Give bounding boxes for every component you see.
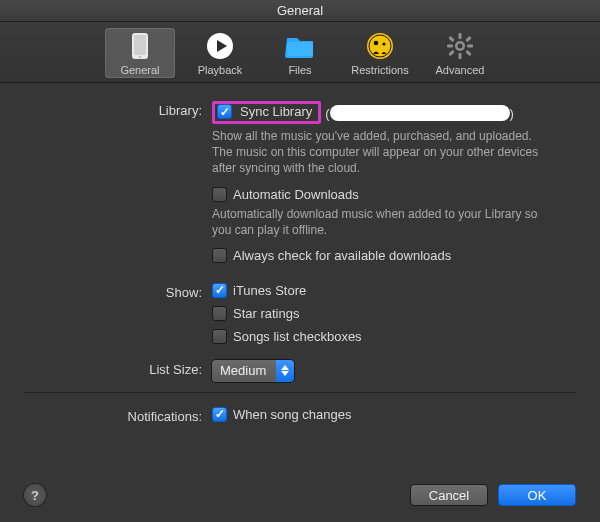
sync-library-checkbox[interactable]: ✓ <box>217 104 232 119</box>
library-label: Library: <box>24 101 212 118</box>
cancel-button[interactable]: Cancel <box>410 484 488 506</box>
general-icon <box>123 32 157 60</box>
help-button[interactable]: ? <box>24 484 46 506</box>
itunes-store-label: iTunes Store <box>233 283 306 298</box>
automatic-downloads-checkbox[interactable] <box>212 187 227 202</box>
tab-general[interactable]: General <box>105 28 175 78</box>
sync-library-highlight: ✓ Sync Library <box>212 101 321 124</box>
notifications-label: Notifications: <box>24 407 212 424</box>
svg-marker-20 <box>281 365 289 370</box>
footer: ? Cancel OK <box>0 468 600 522</box>
svg-rect-16 <box>465 36 471 42</box>
show-label: Show: <box>24 283 212 300</box>
sync-library-label: Sync Library <box>240 104 312 119</box>
list-size-select[interactable]: Medium <box>212 360 294 382</box>
sync-library-description: Show all the music you've added, purchas… <box>212 128 552 177</box>
restrictions-icon <box>363 32 397 60</box>
content-area: Library: ✓ Sync Library () Show all the … <box>0 83 600 424</box>
when-song-changes-label: When song changes <box>233 407 352 422</box>
chevron-updown-icon <box>276 360 294 382</box>
list-size-label: List Size: <box>24 360 212 377</box>
itunes-store-checkbox[interactable]: ✓ <box>212 283 227 298</box>
automatic-downloads-description: Automatically download music when added … <box>212 206 552 238</box>
svg-point-6 <box>367 33 393 59</box>
svg-rect-5 <box>287 42 313 56</box>
playback-icon <box>203 32 237 60</box>
star-ratings-checkbox[interactable] <box>212 306 227 321</box>
tab-files[interactable]: Files <box>265 28 335 78</box>
list-size-value: Medium <box>212 360 276 382</box>
ok-button[interactable]: OK <box>498 484 576 506</box>
svg-point-8 <box>374 41 379 46</box>
tab-label: Files <box>288 64 311 76</box>
tab-label: Restrictions <box>351 64 408 76</box>
svg-rect-14 <box>467 45 473 48</box>
svg-point-19 <box>458 44 463 49</box>
when-song-changes-checkbox[interactable]: ✓ <box>212 407 227 422</box>
svg-point-2 <box>139 56 142 59</box>
automatic-downloads-label: Automatic Downloads <box>233 187 359 202</box>
tab-label: Advanced <box>436 64 485 76</box>
tab-label: Playback <box>198 64 243 76</box>
songs-checkboxes-checkbox[interactable] <box>212 329 227 344</box>
svg-rect-12 <box>459 53 462 59</box>
window-title: General <box>0 0 600 22</box>
preferences-toolbar: General Playback Files Restrictions Adva… <box>0 22 600 83</box>
tab-label: General <box>120 64 159 76</box>
songs-checkboxes-label: Songs list checkboxes <box>233 329 362 344</box>
files-icon <box>283 32 317 60</box>
svg-point-9 <box>382 42 385 45</box>
tab-playback[interactable]: Playback <box>185 28 255 78</box>
star-ratings-label: Star ratings <box>233 306 299 321</box>
sync-library-account-field: () <box>325 105 514 121</box>
svg-rect-11 <box>459 33 462 39</box>
svg-rect-13 <box>447 45 453 48</box>
tab-restrictions[interactable]: Restrictions <box>345 28 415 78</box>
svg-marker-21 <box>281 371 289 376</box>
divider <box>24 392 576 393</box>
always-check-label: Always check for available downloads <box>233 248 451 263</box>
svg-rect-17 <box>448 50 454 56</box>
svg-rect-18 <box>465 50 471 56</box>
svg-rect-1 <box>134 35 146 55</box>
svg-rect-15 <box>448 36 454 42</box>
gear-icon <box>443 32 477 60</box>
tab-advanced[interactable]: Advanced <box>425 28 495 78</box>
always-check-checkbox[interactable] <box>212 248 227 263</box>
